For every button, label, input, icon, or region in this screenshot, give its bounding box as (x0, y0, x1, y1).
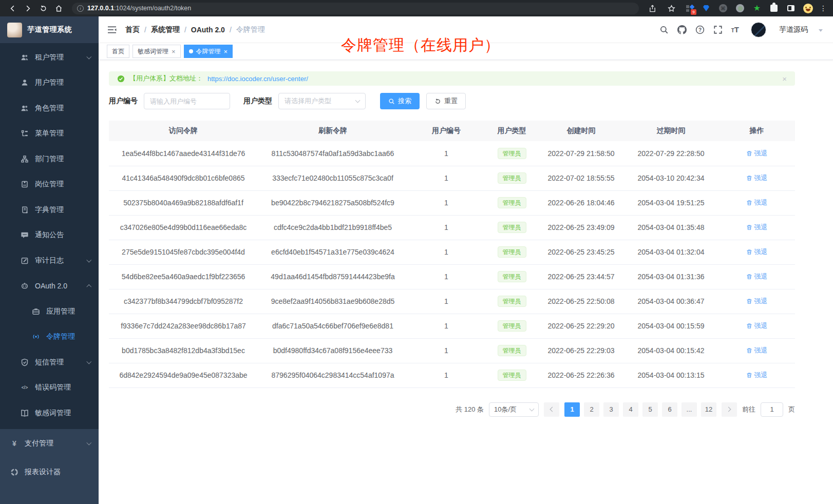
user-id-input[interactable] (150, 98, 224, 105)
user-id-cell: 1 (408, 289, 485, 314)
user-id-input-wrap (144, 93, 230, 109)
user-id-label: 用户编号 (109, 96, 138, 106)
sidebar-item-15[interactable]: 支付管理 (0, 429, 99, 458)
force-logout-button[interactable]: 强退 (746, 198, 768, 207)
github-icon[interactable] (677, 25, 687, 34)
sidebar-item-13[interactable]: 错误码管理 (0, 375, 99, 401)
help-icon[interactable] (695, 25, 705, 34)
ext-blocks-icon[interactable]: 9 (684, 3, 694, 13)
fullscreen-icon[interactable] (713, 25, 723, 34)
ext-green-star-icon[interactable]: ★ (752, 3, 762, 13)
sidebar-item-10[interactable]: 应用管理 (0, 299, 99, 324)
next-page-button[interactable] (722, 402, 737, 417)
extensions-puzzle-icon[interactable] (769, 3, 779, 13)
trash-icon (746, 175, 752, 181)
search-icon[interactable] (659, 25, 669, 34)
address-bar[interactable]: i 127.0.0.1:1024/system/oauth2/token (72, 3, 639, 14)
sidebar-item-14[interactable]: 敏感词管理 (0, 400, 99, 426)
url-text[interactable]: 127.0.0.1:1024/system/oauth2/token (87, 5, 191, 12)
sidebar-item-label: 用户管理 (35, 78, 64, 87)
sidebar-item-8[interactable]: 审计日志 (0, 248, 99, 274)
ext-dark-circle-icon[interactable]: ⌘ (718, 3, 728, 13)
page-size-select[interactable]: 10条/页 (489, 402, 539, 417)
sidebar-item-4[interactable]: 部门管理 (0, 146, 99, 172)
tab-1[interactable]: 敏感词管理× (132, 45, 181, 58)
page-button-4[interactable]: 4 (623, 402, 638, 417)
breadcrumb-item[interactable]: 首页 (125, 25, 140, 34)
profile-avatar[interactable] (803, 3, 813, 13)
doc-link[interactable]: https://doc.iocoder.cn/user-center/ (207, 75, 308, 83)
page-button-5[interactable]: 5 (642, 402, 658, 417)
bookmark-icon[interactable] (665, 2, 677, 14)
force-logout-button[interactable]: 强退 (746, 173, 768, 183)
forward-icon[interactable] (22, 2, 34, 14)
back-icon[interactable] (6, 2, 18, 14)
reset-button[interactable]: 重置 (426, 93, 466, 109)
ext-gem-icon[interactable] (701, 3, 711, 13)
token-table: 访问令牌刷新令牌用户编号用户类型创建时间过期时间操作 1ea5e44f8bc14… (109, 121, 795, 388)
prev-page-button[interactable] (544, 402, 559, 417)
search-button[interactable]: 搜索 (380, 93, 420, 109)
app-logo-band[interactable]: 芋道管理系统 (0, 16, 99, 43)
force-logout-button[interactable]: 强退 (746, 297, 768, 306)
side-panel-icon[interactable] (786, 3, 796, 13)
sidebar-item-label: 角色管理 (35, 104, 64, 113)
force-logout-button[interactable]: 强退 (746, 247, 768, 257)
page-button-3[interactable]: 3 (603, 402, 619, 417)
tab-2[interactable]: 令牌管理× (184, 45, 233, 58)
sidebar-item-2[interactable]: 角色管理 (0, 95, 99, 121)
sidebar-item-1[interactable]: 用户管理 (0, 70, 99, 96)
sidebar-item-label: 部门管理 (35, 154, 64, 164)
collapse-sidebar-icon[interactable] (107, 25, 117, 35)
goto-page-input[interactable] (761, 402, 783, 417)
force-logout-button[interactable]: 强退 (746, 321, 768, 331)
sidebar-item-label: 错误码管理 (35, 383, 71, 392)
tab-0[interactable]: 首页 (107, 45, 129, 58)
column-header: 创建时间 (539, 121, 623, 141)
shield-icon (21, 358, 29, 366)
top-navbar: 首页/系统管理/OAuth 2.0/令牌管理 TT 芋道源码 (99, 16, 833, 43)
force-logout-button[interactable]: 强退 (746, 272, 768, 281)
share-icon[interactable] (646, 2, 658, 14)
force-logout-button[interactable]: 强退 (746, 371, 768, 380)
menu-kebab-icon[interactable]: ⋮ (820, 4, 827, 12)
page-button-6[interactable]: 6 (662, 402, 677, 417)
goto-label: 前往 (742, 405, 755, 414)
page-button-12[interactable]: 12 (701, 402, 716, 417)
sidebar-item-5[interactable]: 岗位管理 (0, 172, 99, 198)
sidebar-item-7[interactable]: 通知公告 (0, 223, 99, 248)
force-logout-button[interactable]: 强退 (746, 223, 768, 232)
font-size-icon[interactable]: TT (731, 26, 739, 33)
home-icon[interactable] (52, 2, 65, 14)
user-type-select[interactable]: 请选择用户类型 (278, 93, 366, 109)
sidebar-item-12[interactable]: 短信管理 (0, 350, 99, 375)
sidebar-item-9[interactable]: OAuth 2.0 (0, 274, 99, 299)
sidebar-item-0[interactable]: 租户管理 (0, 45, 99, 70)
breadcrumb-separator: / (184, 26, 186, 34)
filter-form: 用户编号 用户类型 请选择用户类型 搜索 重置 (109, 93, 795, 109)
sidebar-item-16[interactable]: 报表设计器 (0, 458, 99, 487)
close-icon[interactable]: × (172, 48, 176, 55)
site-info-icon[interactable]: i (77, 5, 84, 12)
sidebar-item-label: 审计日志 (35, 256, 64, 265)
close-icon[interactable]: × (224, 48, 228, 55)
breadcrumb-item[interactable]: 系统管理 (151, 25, 180, 34)
code-icon (21, 383, 29, 392)
page-button-1[interactable]: 1 (564, 402, 580, 417)
page-button-2[interactable]: 2 (584, 402, 599, 417)
user-avatar[interactable] (751, 22, 766, 37)
breadcrumb-item[interactable]: OAuth 2.0 (191, 26, 225, 34)
refresh-token-cell: 49d1aa46d1454fbd87591444423be9fa (258, 264, 408, 289)
tabs-bar: 首页敏感词管理×令牌管理× (99, 43, 833, 60)
sidebar-item-6[interactable]: 字典管理 (0, 197, 99, 223)
reload-icon[interactable] (37, 2, 49, 14)
ext-gray-circle-icon[interactable] (735, 3, 745, 13)
username[interactable]: 芋道源码 (779, 25, 808, 34)
alert-close-icon[interactable]: × (782, 74, 787, 83)
user-menu-caret-icon[interactable] (819, 29, 823, 32)
page-ellipsis[interactable]: ... (681, 402, 697, 417)
force-logout-button[interactable]: 强退 (746, 346, 768, 355)
force-logout-button[interactable]: 强退 (746, 149, 768, 158)
sidebar-item-3[interactable]: 菜单管理 (0, 121, 99, 147)
sidebar-item-11[interactable]: 令牌管理 (0, 324, 99, 350)
